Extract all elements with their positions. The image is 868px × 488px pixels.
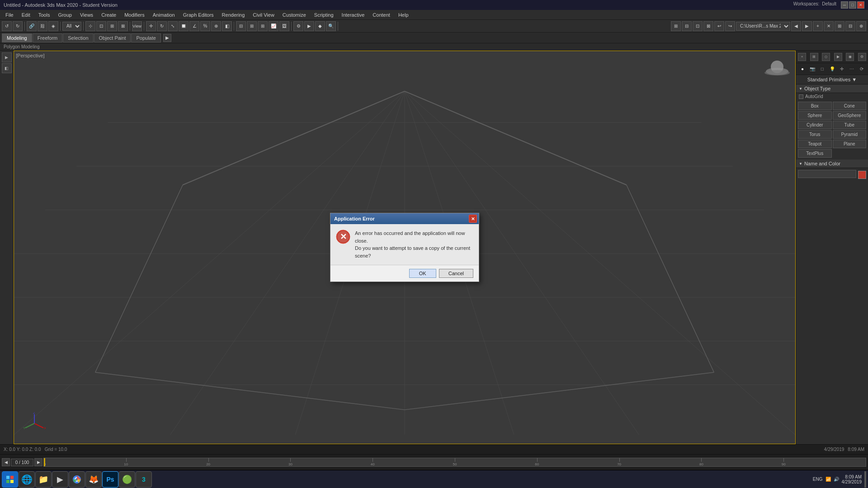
menu-graph-editors[interactable]: Graph Editors bbox=[179, 11, 217, 19]
btn-torus[interactable]: Torus bbox=[798, 130, 832, 139]
select-move-button[interactable]: ✛ bbox=[146, 21, 156, 31]
nav-9[interactable]: + bbox=[813, 21, 823, 31]
play-button[interactable]: ▶ bbox=[2, 52, 12, 62]
unlink-button[interactable]: ⛓ bbox=[38, 21, 47, 31]
taskbar-3dsmax[interactable]: 3 bbox=[136, 471, 152, 488]
render-button[interactable]: ▶ bbox=[304, 21, 314, 31]
menu-help[interactable]: Help bbox=[395, 11, 412, 19]
select-rotate-button[interactable]: ↻ bbox=[157, 21, 167, 31]
nav-8[interactable]: ▶ bbox=[802, 21, 812, 31]
percent-snap-button[interactable]: % bbox=[200, 21, 210, 31]
btn-plane[interactable]: Plane bbox=[833, 140, 867, 148]
btn-teapot[interactable]: Teapot bbox=[798, 140, 832, 148]
nav-4[interactable]: ⊠ bbox=[703, 21, 713, 31]
btn-box[interactable]: Box bbox=[798, 102, 832, 110]
rp-display-btn[interactable]: ◉ bbox=[846, 53, 854, 61]
render-setup-button[interactable]: ⚙ bbox=[293, 21, 303, 31]
dialog-cancel-button[interactable]: Cancel bbox=[439, 269, 473, 278]
filter-dropdown[interactable]: All bbox=[62, 22, 81, 31]
menu-animation[interactable]: Animation bbox=[149, 11, 179, 19]
menu-tools[interactable]: Tools bbox=[35, 11, 54, 19]
btn-cone[interactable]: Cone bbox=[833, 102, 867, 110]
menu-content[interactable]: Content bbox=[369, 11, 394, 19]
select-window-button[interactable]: ⊞ bbox=[107, 21, 117, 31]
rp-icon-helpers[interactable]: ✛ bbox=[837, 65, 846, 74]
autogrid-checkbox[interactable] bbox=[799, 94, 803, 99]
timeline-track[interactable]: 0 10 20 30 40 50 60 70 80 90 bbox=[43, 458, 866, 467]
taskbar-firefox[interactable]: 🦊 bbox=[85, 471, 102, 488]
menu-modifiers[interactable]: Modifiers bbox=[121, 11, 148, 19]
menu-rendering[interactable]: Rendering bbox=[218, 11, 249, 19]
taskbar-photoshop[interactable]: Ps bbox=[102, 471, 118, 488]
tab-selection[interactable]: Selection bbox=[63, 33, 93, 42]
standard-primitives-dropdown[interactable]: Standard Primitives ▼ bbox=[796, 75, 868, 84]
spinner-snap-button[interactable]: ⊕ bbox=[211, 21, 221, 31]
rp-create-btn[interactable]: + bbox=[798, 53, 806, 61]
tab-more-button[interactable]: ▶ bbox=[163, 34, 171, 42]
viewport[interactable]: [Perspective] X Y Z Application Error bbox=[14, 51, 796, 444]
nav-10[interactable]: ✕ bbox=[824, 21, 834, 31]
rp-icon-rect[interactable]: □ bbox=[818, 65, 827, 74]
select-region-button[interactable]: ⊡ bbox=[96, 21, 106, 31]
select-button[interactable]: ⊹ bbox=[85, 21, 95, 31]
link-button[interactable]: 🔗 bbox=[27, 21, 37, 31]
menu-file[interactable]: File bbox=[2, 11, 17, 19]
nav-12[interactable]: ⊟ bbox=[845, 21, 855, 31]
dialog-ok-button[interactable]: OK bbox=[409, 269, 436, 278]
btn-textplus[interactable]: TextPlus bbox=[798, 149, 832, 158]
rp-icon-spacewarps[interactable]: ⟳ bbox=[857, 65, 866, 74]
menu-edit[interactable]: Edit bbox=[18, 11, 34, 19]
taskbar-show-desktop[interactable] bbox=[864, 471, 866, 488]
select-crossing-button[interactable]: ⊠ bbox=[118, 21, 128, 31]
maximize-button[interactable]: □ bbox=[849, 1, 856, 9]
btn-geosphere[interactable]: GeoSphere bbox=[833, 111, 867, 120]
name-and-color-header[interactable]: ▼ Name and Color bbox=[796, 160, 868, 168]
menu-civil-view[interactable]: Civil View bbox=[249, 11, 278, 19]
dialog-close-button[interactable]: ✕ bbox=[469, 215, 477, 223]
object-name-input[interactable] bbox=[798, 170, 856, 178]
btn-cylinder[interactable]: Cylinder bbox=[798, 121, 832, 129]
menu-scripting[interactable]: Scripting bbox=[311, 11, 337, 19]
close-button[interactable]: ✕ bbox=[857, 1, 864, 9]
nav-2[interactable]: ⊟ bbox=[682, 21, 692, 31]
btn-tube[interactable]: Tube bbox=[833, 121, 867, 129]
undo-button[interactable]: ↺ bbox=[2, 21, 12, 31]
rp-hierarchy-btn[interactable]: ◇ bbox=[822, 53, 830, 61]
rp-utilities-btn[interactable]: ⚙ bbox=[858, 53, 866, 61]
taskbar-media[interactable]: ▶ bbox=[52, 471, 68, 488]
color-swatch[interactable] bbox=[858, 171, 866, 179]
timeline-play-back[interactable]: ◀ bbox=[2, 458, 10, 466]
view-dropdown-button[interactable]: View bbox=[132, 21, 142, 31]
path-dropdown[interactable]: C:\Users\R...s Max 2020 bbox=[736, 22, 790, 31]
menu-create[interactable]: Create bbox=[98, 11, 120, 19]
tab-modeling[interactable]: Modeling bbox=[2, 33, 32, 42]
curve-editor-button[interactable]: 📈 bbox=[269, 21, 278, 31]
nav-7[interactable]: ◀ bbox=[791, 21, 801, 31]
rp-icon-light[interactable]: 💡 bbox=[828, 65, 837, 74]
rp-icon-particles[interactable]: ⋯ bbox=[847, 65, 856, 74]
nav-13[interactable]: ⊕ bbox=[856, 21, 866, 31]
rp-motion-btn[interactable]: ▶ bbox=[834, 53, 842, 61]
bind-button[interactable]: ◈ bbox=[48, 21, 58, 31]
nav-5[interactable]: ↩ bbox=[714, 21, 724, 31]
scale-button[interactable]: ⤡ bbox=[168, 21, 178, 31]
start-button[interactable] bbox=[2, 471, 18, 488]
mirror-button[interactable]: ◧ bbox=[222, 21, 232, 31]
rp-icon-camera[interactable]: 📷 bbox=[808, 65, 817, 74]
taskbar-app6[interactable]: 🟢 bbox=[119, 471, 135, 488]
menu-views[interactable]: Views bbox=[76, 11, 97, 19]
taskbar-chrome[interactable] bbox=[69, 471, 85, 488]
rp-icon-sphere[interactable]: ● bbox=[798, 65, 807, 74]
tab-freeform[interactable]: Freeform bbox=[33, 33, 63, 42]
snap-toggle-button[interactable]: 🔲 bbox=[179, 21, 189, 31]
btn-pyramid[interactable]: Pyramid bbox=[833, 130, 867, 139]
minimize-button[interactable]: ─ bbox=[841, 1, 848, 9]
object-type-header[interactable]: ▼ Object Type bbox=[796, 84, 868, 93]
nav-6[interactable]: ↪ bbox=[725, 21, 735, 31]
menu-customize[interactable]: Customize bbox=[279, 11, 310, 19]
menu-interactive[interactable]: Interactive bbox=[338, 11, 368, 19]
rp-modify-btn[interactable]: ⊞ bbox=[810, 53, 818, 61]
tab-object-paint[interactable]: Object Paint bbox=[94, 33, 131, 42]
redo-button[interactable]: ↻ bbox=[13, 21, 23, 31]
taskbar-ie[interactable]: 🌐 bbox=[19, 471, 35, 488]
